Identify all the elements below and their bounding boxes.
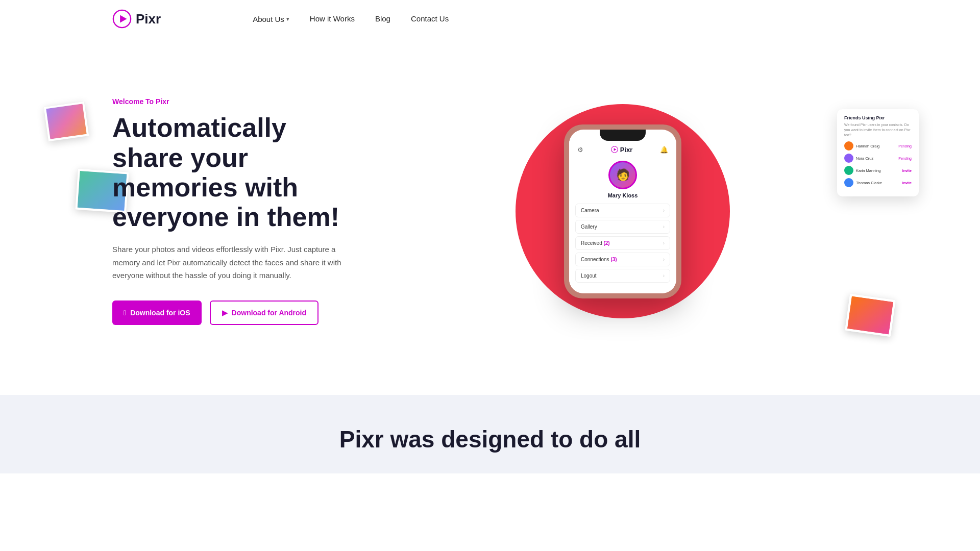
apple-icon: 	[124, 309, 126, 317]
floating-photo-1	[44, 102, 89, 141]
nav-about-us[interactable]: About Us ▾	[253, 15, 289, 23]
phone-menu-gallery[interactable]: Gallery ›	[575, 220, 670, 234]
cta-buttons:  Download for iOS ▶ Download for Androi…	[112, 300, 347, 325]
download-ios-button[interactable]:  Download for iOS	[112, 300, 202, 325]
brand-name: Pixr	[136, 11, 161, 27]
friend-name-4: Thomas Clarke	[856, 181, 900, 185]
svg-marker-1	[120, 15, 127, 22]
phone-username: Mary Kloss	[608, 192, 638, 198]
floating-photo-br	[845, 294, 895, 337]
phone-avatar-section: 🧑 Mary Kloss	[575, 157, 670, 204]
bottom-title: Pixr was designed to do all	[112, 425, 868, 453]
svg-marker-3	[614, 148, 616, 151]
phone-inner: ⚙ Pixr 🔔	[569, 130, 676, 293]
hero-description: Share your photos and videos effortlessl…	[112, 243, 347, 282]
phone-logo: Pixr	[611, 146, 633, 154]
nav-contact-us[interactable]: Contact Us	[411, 14, 449, 23]
friend-name-3: Karin Manning	[856, 168, 900, 173]
phone-header: ⚙ Pixr 🔔	[575, 141, 670, 157]
friend-name-2: Nora Cruz	[856, 156, 896, 161]
phone-outer: ⚙ Pixr 🔔	[564, 124, 681, 298]
phone-notch	[600, 130, 646, 141]
friend-status-4[interactable]: Invite	[902, 181, 912, 185]
phone-brand-name: Pixr	[620, 146, 633, 154]
chevron-down-icon: ▾	[286, 16, 289, 22]
friend-avatar-3	[844, 166, 853, 175]
avatar-image: 🧑	[616, 168, 630, 182]
hero-section: Welcome To Pixr Automatically share your…	[0, 38, 980, 395]
friends-panel: Friends Using Pixr We found Pixr users i…	[837, 109, 919, 196]
download-android-button[interactable]: ▶ Download for Android	[210, 300, 318, 325]
navbar: Pixr About Us ▾ How it Works Blog Contac…	[0, 0, 980, 38]
bottom-section: Pixr was designed to do all	[0, 395, 980, 473]
friend-avatar-2	[844, 154, 853, 163]
avatar: 🧑	[608, 161, 637, 189]
hero-visual: ⚙ Pixr 🔔	[378, 68, 868, 354]
friend-status-3[interactable]: Invite	[902, 169, 912, 172]
hero-eyebrow: Welcome To Pixr	[112, 97, 347, 106]
friends-panel-subtitle: We found Pixr users in your contacts. Do…	[844, 122, 912, 137]
nav-blog[interactable]: Blog	[375, 14, 390, 23]
friend-status-2: Pending	[898, 157, 912, 160]
hero-content: Welcome To Pixr Automatically share your…	[112, 97, 378, 324]
friends-panel-title: Friends Using Pixr	[844, 115, 912, 120]
chevron-right-icon: ›	[663, 240, 665, 246]
android-icon: ▶	[222, 309, 228, 317]
phone-menu-logout[interactable]: Logout ›	[575, 269, 670, 283]
phone-menu-connections[interactable]: Connections (3) ›	[575, 253, 670, 266]
hero-title: Automatically share your memories with e…	[112, 113, 347, 232]
phone-mockup: ⚙ Pixr 🔔	[564, 124, 681, 298]
notification-icon: 🔔	[660, 146, 668, 154]
friend-item-4: Thomas Clarke Invite	[844, 178, 912, 187]
friend-avatar-1	[844, 141, 853, 151]
friend-item-1: Hannah Craig Pending	[844, 141, 912, 151]
chevron-right-icon: ›	[663, 257, 665, 262]
friend-item-3: Karin Manning Invite	[844, 166, 912, 175]
friend-item-2: Nora Cruz Pending	[844, 154, 912, 163]
chevron-right-icon: ›	[663, 273, 665, 279]
settings-icon: ⚙	[577, 146, 583, 154]
friend-status-1: Pending	[898, 144, 912, 148]
friend-avatar-4	[844, 178, 853, 187]
nav-links: About Us ▾ How it Works Blog Contact Us	[253, 14, 449, 23]
logo[interactable]: Pixr	[112, 9, 161, 29]
nav-how-it-works[interactable]: How it Works	[310, 14, 355, 23]
friend-name-1: Hannah Craig	[856, 144, 896, 148]
phone-menu-camera[interactable]: Camera ›	[575, 204, 670, 217]
phone-menu-received[interactable]: Received (2) ›	[575, 236, 670, 250]
chevron-right-icon: ›	[663, 224, 665, 230]
chevron-right-icon: ›	[663, 208, 665, 213]
phone-screen: ⚙ Pixr 🔔	[569, 141, 676, 293]
